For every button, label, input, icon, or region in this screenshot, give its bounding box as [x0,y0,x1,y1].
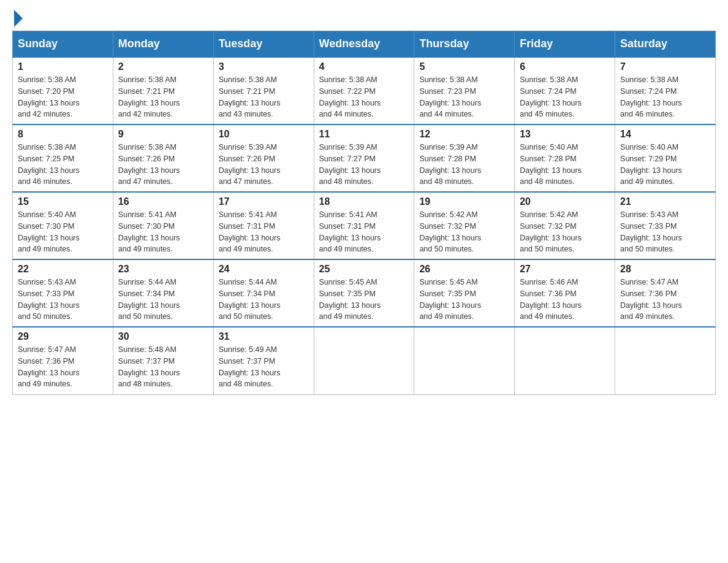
day-number: 14 [620,129,710,140]
day-info: Sunrise: 5:47 AMSunset: 7:36 PMDaylight:… [18,344,108,390]
weekday-header-sunday: Sunday [13,31,113,58]
calendar-cell: 29Sunrise: 5:47 AMSunset: 7:36 PMDayligh… [13,327,113,394]
calendar-cell: 11Sunrise: 5:39 AMSunset: 7:27 PMDayligh… [314,124,414,192]
calendar-cell: 1Sunrise: 5:38 AMSunset: 7:20 PMDaylight… [13,57,113,124]
calendar-cell: 2Sunrise: 5:38 AMSunset: 7:21 PMDaylight… [113,57,213,124]
day-info: Sunrise: 5:48 AMSunset: 7:37 PMDaylight:… [118,344,208,390]
day-number: 7 [620,61,710,72]
week-row-1: 1Sunrise: 5:38 AMSunset: 7:20 PMDaylight… [13,57,716,124]
logo-arrow-icon [14,10,23,27]
calendar-cell [515,327,615,394]
day-number: 27 [520,264,610,275]
day-number: 23 [118,264,208,275]
day-number: 8 [18,129,108,140]
day-info: Sunrise: 5:38 AMSunset: 7:21 PMDaylight:… [219,74,309,120]
calendar-cell: 26Sunrise: 5:45 AMSunset: 7:35 PMDayligh… [414,259,515,327]
day-info: Sunrise: 5:38 AMSunset: 7:26 PMDaylight:… [118,142,208,188]
calendar-cell: 12Sunrise: 5:39 AMSunset: 7:28 PMDayligh… [414,124,515,192]
weekday-header-tuesday: Tuesday [213,31,314,58]
day-number: 6 [520,61,610,72]
calendar-cell: 5Sunrise: 5:38 AMSunset: 7:23 PMDaylight… [414,57,515,124]
day-info: Sunrise: 5:44 AMSunset: 7:34 PMDaylight:… [118,277,208,323]
calendar-cell: 19Sunrise: 5:42 AMSunset: 7:32 PMDayligh… [414,192,515,259]
day-number: 1 [18,61,108,72]
day-number: 28 [620,264,710,275]
day-info: Sunrise: 5:38 AMSunset: 7:22 PMDaylight:… [319,74,409,120]
day-number: 20 [520,196,610,207]
calendar-cell: 25Sunrise: 5:45 AMSunset: 7:35 PMDayligh… [314,259,414,327]
calendar-cell: 6Sunrise: 5:38 AMSunset: 7:24 PMDaylight… [515,57,615,124]
day-info: Sunrise: 5:43 AMSunset: 7:33 PMDaylight:… [18,277,108,323]
calendar-table: SundayMondayTuesdayWednesdayThursdayFrid… [12,31,716,395]
day-info: Sunrise: 5:40 AMSunset: 7:28 PMDaylight:… [520,142,610,188]
calendar-cell: 20Sunrise: 5:42 AMSunset: 7:32 PMDayligh… [515,192,615,259]
day-info: Sunrise: 5:45 AMSunset: 7:35 PMDaylight:… [419,277,509,323]
calendar-cell: 30Sunrise: 5:48 AMSunset: 7:37 PMDayligh… [113,327,213,394]
weekday-header-thursday: Thursday [414,31,515,58]
calendar-cell: 8Sunrise: 5:38 AMSunset: 7:25 PMDaylight… [13,124,113,192]
weekday-header-friday: Friday [515,31,615,58]
day-number: 17 [219,196,309,207]
calendar-cell: 17Sunrise: 5:41 AMSunset: 7:31 PMDayligh… [213,192,314,259]
day-number: 19 [419,196,509,207]
day-info: Sunrise: 5:38 AMSunset: 7:24 PMDaylight:… [620,74,710,120]
calendar-cell: 31Sunrise: 5:49 AMSunset: 7:37 PMDayligh… [213,327,314,394]
calendar-cell: 9Sunrise: 5:38 AMSunset: 7:26 PMDaylight… [113,124,213,192]
calendar-cell: 23Sunrise: 5:44 AMSunset: 7:34 PMDayligh… [113,259,213,327]
day-number: 30 [118,331,208,342]
day-info: Sunrise: 5:44 AMSunset: 7:34 PMDaylight:… [219,277,309,323]
day-number: 18 [319,196,409,207]
day-number: 22 [18,264,108,275]
day-info: Sunrise: 5:43 AMSunset: 7:33 PMDaylight:… [620,209,710,255]
calendar-cell: 4Sunrise: 5:38 AMSunset: 7:22 PMDaylight… [314,57,414,124]
day-info: Sunrise: 5:47 AMSunset: 7:36 PMDaylight:… [620,277,710,323]
day-info: Sunrise: 5:38 AMSunset: 7:20 PMDaylight:… [18,74,108,120]
calendar-cell [615,327,716,394]
day-info: Sunrise: 5:40 AMSunset: 7:29 PMDaylight:… [620,142,710,188]
day-number: 9 [118,129,208,140]
day-number: 3 [219,61,309,72]
calendar-cell: 14Sunrise: 5:40 AMSunset: 7:29 PMDayligh… [615,124,716,192]
day-number: 10 [219,129,309,140]
day-info: Sunrise: 5:46 AMSunset: 7:36 PMDaylight:… [520,277,610,323]
day-info: Sunrise: 5:38 AMSunset: 7:21 PMDaylight:… [118,74,208,120]
calendar-cell: 13Sunrise: 5:40 AMSunset: 7:28 PMDayligh… [515,124,615,192]
day-info: Sunrise: 5:39 AMSunset: 7:28 PMDaylight:… [419,142,509,188]
day-number: 25 [319,264,409,275]
calendar-cell: 7Sunrise: 5:38 AMSunset: 7:24 PMDaylight… [615,57,716,124]
day-info: Sunrise: 5:38 AMSunset: 7:23 PMDaylight:… [419,74,509,120]
weekday-header-saturday: Saturday [615,31,716,58]
week-row-4: 22Sunrise: 5:43 AMSunset: 7:33 PMDayligh… [13,259,716,327]
day-number: 11 [319,129,409,140]
day-info: Sunrise: 5:41 AMSunset: 7:31 PMDaylight:… [319,209,409,255]
day-info: Sunrise: 5:41 AMSunset: 7:31 PMDaylight:… [219,209,309,255]
day-number: 5 [419,61,509,72]
day-number: 13 [520,129,610,140]
day-info: Sunrise: 5:41 AMSunset: 7:30 PMDaylight:… [118,209,208,255]
calendar-cell: 15Sunrise: 5:40 AMSunset: 7:30 PMDayligh… [13,192,113,259]
calendar-cell: 27Sunrise: 5:46 AMSunset: 7:36 PMDayligh… [515,259,615,327]
day-info: Sunrise: 5:42 AMSunset: 7:32 PMDaylight:… [419,209,509,255]
calendar-cell: 22Sunrise: 5:43 AMSunset: 7:33 PMDayligh… [13,259,113,327]
day-number: 2 [118,61,208,72]
calendar-cell [414,327,515,394]
day-number: 24 [219,264,309,275]
day-number: 26 [419,264,509,275]
day-number: 21 [620,196,710,207]
day-info: Sunrise: 5:40 AMSunset: 7:30 PMDaylight:… [18,209,108,255]
calendar-cell: 24Sunrise: 5:44 AMSunset: 7:34 PMDayligh… [213,259,314,327]
day-number: 12 [419,129,509,140]
calendar-cell: 28Sunrise: 5:47 AMSunset: 7:36 PMDayligh… [615,259,716,327]
page-header [12,12,716,25]
week-row-5: 29Sunrise: 5:47 AMSunset: 7:36 PMDayligh… [13,327,716,394]
calendar-cell: 18Sunrise: 5:41 AMSunset: 7:31 PMDayligh… [314,192,414,259]
calendar-cell: 3Sunrise: 5:38 AMSunset: 7:21 PMDaylight… [213,57,314,124]
logo [12,12,23,25]
calendar-cell: 21Sunrise: 5:43 AMSunset: 7:33 PMDayligh… [615,192,716,259]
day-info: Sunrise: 5:39 AMSunset: 7:26 PMDaylight:… [219,142,309,188]
weekday-header-monday: Monday [113,31,213,58]
calendar-cell: 16Sunrise: 5:41 AMSunset: 7:30 PMDayligh… [113,192,213,259]
day-info: Sunrise: 5:38 AMSunset: 7:24 PMDaylight:… [520,74,610,120]
day-info: Sunrise: 5:38 AMSunset: 7:25 PMDaylight:… [18,142,108,188]
day-number: 31 [219,331,309,342]
